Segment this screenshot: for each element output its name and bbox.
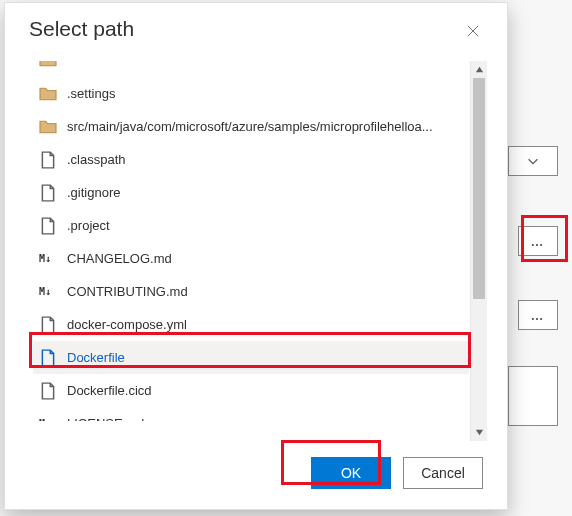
bg-more-button-2[interactable]: … — [518, 300, 558, 330]
list-item-label: CHANGELOG.md — [67, 251, 172, 266]
file-icon — [39, 316, 57, 334]
list-item-label: CONTRIBUTING.md — [67, 284, 188, 299]
folder-icon — [39, 61, 57, 69]
list-item-label: LICENSE.md — [67, 416, 144, 421]
chevron-up-icon — [475, 65, 484, 74]
ellipsis-icon: … — [531, 234, 546, 249]
ellipsis-icon: … — [531, 308, 546, 323]
chevron-down-icon — [475, 428, 484, 437]
ok-button[interactable]: OK — [311, 457, 391, 489]
list-item[interactable]: .gitignore — [33, 176, 469, 209]
scroll-up-button[interactable] — [471, 61, 487, 78]
list-item[interactable]: .settings — [33, 77, 469, 110]
cancel-button[interactable]: Cancel — [403, 457, 483, 489]
scroll-down-button[interactable] — [471, 424, 487, 441]
list-item[interactable]: .classpath — [33, 143, 469, 176]
file-icon — [39, 349, 57, 367]
svg-marker-3 — [475, 430, 482, 435]
file-list[interactable]: .settings src/main/java/com/microsoft/az… — [33, 61, 469, 441]
dialog-footer: OK Cancel — [5, 441, 507, 509]
list-item-label: .gitignore — [67, 185, 120, 200]
list-item-selected[interactable]: Dockerfile — [33, 341, 469, 374]
dialog-header: Select path — [5, 3, 507, 51]
list-item-label: Dockerfile.cicd — [67, 383, 152, 398]
list-item-label: docker-compose.yml — [67, 317, 187, 332]
file-icon — [39, 382, 57, 400]
svg-marker-2 — [475, 67, 482, 72]
close-button[interactable] — [459, 17, 487, 45]
file-icon — [39, 217, 57, 235]
list-item[interactable]: docker-compose.yml — [33, 308, 469, 341]
list-item[interactable]: src/main/java/com/microsoft/azure/sample… — [33, 110, 469, 143]
folder-icon — [39, 85, 57, 103]
bg-more-button-1[interactable]: … — [518, 226, 558, 256]
file-icon — [39, 184, 57, 202]
bg-dropdown[interactable] — [508, 146, 558, 176]
list-item[interactable]: M↓ CONTRIBUTING.md — [33, 275, 469, 308]
markdown-icon: M↓ — [39, 253, 57, 264]
bg-textarea[interactable] — [508, 366, 558, 426]
dialog-title: Select path — [29, 17, 459, 41]
list-item[interactable]: Dockerfile.cicd — [33, 374, 469, 407]
scrollbar-track[interactable] — [471, 78, 487, 424]
list-item[interactable]: M↓ LICENSE.md — [33, 407, 469, 421]
folder-icon — [39, 118, 57, 136]
close-icon — [466, 24, 480, 38]
scrollbar[interactable] — [470, 61, 487, 441]
chevron-down-icon — [526, 154, 540, 168]
list-item[interactable]: .project — [33, 209, 469, 242]
list-item[interactable]: M↓ CHANGELOG.md — [33, 242, 469, 275]
list-item-label: .classpath — [67, 152, 126, 167]
list-item-label: src/main/java/com/microsoft/azure/sample… — [67, 119, 433, 134]
list-item-label: .project — [67, 218, 110, 233]
select-path-dialog: Select path .settings src/main/java/com/… — [4, 2, 508, 510]
list-item[interactable] — [33, 61, 469, 76]
markdown-icon: M↓ — [39, 418, 57, 421]
file-tree: .settings src/main/java/com/microsoft/az… — [33, 61, 487, 441]
list-item-label: .settings — [67, 86, 115, 101]
markdown-icon: M↓ — [39, 286, 57, 297]
file-icon — [39, 151, 57, 169]
scrollbar-thumb[interactable] — [473, 78, 485, 299]
list-item-label: Dockerfile — [67, 350, 125, 365]
